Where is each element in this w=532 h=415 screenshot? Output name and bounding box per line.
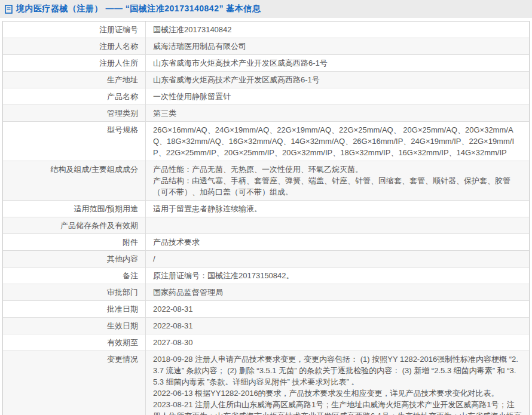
row-value: 2022-08-31 — [146, 301, 529, 317]
row-value: 2022-08-31 — [146, 318, 529, 334]
row-label: 结构及组成/主要组成成分 — [3, 161, 146, 200]
row-value: 26G×16mm/AQ、24G×19mm/AQ、22G×19mm/AQ、22G×… — [146, 122, 529, 161]
row-label: 有效期至 — [3, 334, 146, 351]
table-row: 管理类别 第三类 — [3, 105, 529, 122]
table-row: 型号规格 26G×16mm/AQ、24G×19mm/AQ、22G×19mm/AQ… — [3, 122, 529, 161]
row-label: 附件 — [3, 234, 146, 250]
table-row: 其他内容 / — [3, 251, 529, 268]
row-value: 威海洁瑞医用制品有限公司 — [146, 38, 529, 54]
table-row: 注册人住所 山东省威海市火炬高技术产业开发区威高西路6-1号 — [3, 55, 529, 72]
row-label: 审批部门 — [3, 284, 146, 300]
row-value: 一次性使用静脉留置针 — [146, 88, 529, 104]
table-row: 生效日期 2022-08-31 — [3, 318, 529, 334]
table-row: 附件 产品技术要求 — [3, 234, 529, 251]
table-row: 备注 原注册证编号：国械注准20173150842。 — [3, 268, 529, 284]
document-icon — [5, 5, 13, 14]
row-value: 山东省威海火炬高技术产业开发区威高西路6-1号 — [146, 72, 529, 88]
row-value: 2027-08-30 — [146, 334, 529, 351]
table-row: 产品储存条件及有效期 — [3, 217, 529, 234]
table-row: 产品名称 一次性使用静脉留置针 — [3, 88, 529, 105]
row-label: 生产地址 — [3, 72, 146, 88]
row-value: 适用于留置患者静脉连续输液。 — [146, 201, 529, 217]
table-row: 审批部门 国家药品监督管理局 — [3, 284, 529, 301]
row-label: 适用范围/预期用途 — [3, 201, 146, 217]
row-value: 国械注准20173140842 — [146, 21, 529, 38]
row-label: 注册证编号 — [3, 21, 146, 38]
row-value: 第三类 — [146, 105, 529, 121]
row-value: 2018-09-28 注册人申请产品技术要求变更，变更内容包括： (1) 按照Y… — [146, 351, 529, 415]
row-value: 山东省威海市火炬高技术产业开发区威高西路6-1号 — [146, 55, 529, 71]
content-panel: 注册证编号 国械注准20173140842 注册人名称 威海洁瑞医用制品有限公司… — [0, 18, 532, 415]
table-row: 结构及组成/主要组成成分 产品性能：产品无菌、无热原、一次性使用、环氧乙烷灭菌。… — [3, 161, 529, 201]
row-label: 管理类别 — [3, 105, 146, 121]
row-label: 产品储存条件及有效期 — [3, 217, 146, 233]
row-value: 原注册证编号：国械注准20173150842。 — [146, 268, 529, 284]
table-row: 生产地址 山东省威海火炬高技术产业开发区威高西路6-1号 — [3, 72, 529, 88]
row-label: 型号规格 — [3, 122, 146, 161]
page-title: 境内医疗器械（注册） —— “国械注准20173140842” 基本信息 — [16, 4, 261, 14]
row-value: 国家药品监督管理局 — [146, 284, 529, 300]
row-value — [146, 217, 529, 233]
row-value: 产品技术要求 — [146, 234, 529, 250]
row-label: 注册人住所 — [3, 55, 146, 71]
row-label: 变更情况 — [3, 351, 146, 415]
row-label: 备注 — [3, 268, 146, 284]
row-value: / — [146, 251, 529, 267]
table-row: 注册人名称 威海洁瑞医用制品有限公司 — [3, 38, 529, 55]
table-row: 批准日期 2022-08-31 — [3, 301, 529, 318]
row-label: 注册人名称 — [3, 38, 146, 54]
row-label: 其他内容 — [3, 251, 146, 267]
table-row: 适用范围/预期用途 适用于留置患者静脉连续输液。 — [3, 201, 529, 217]
row-label: 产品名称 — [3, 88, 146, 104]
table-row: 注册证编号 国械注准20173140842 — [3, 21, 529, 38]
info-table: 注册证编号 国械注准20173140842 注册人名称 威海洁瑞医用制品有限公司… — [2, 21, 530, 415]
table-row: 变更情况 2018-09-28 注册人申请产品技术要求变更，变更内容包括： (1… — [3, 351, 529, 415]
page-header: 境内医疗器械（注册） —— “国械注准20173140842” 基本信息 — [0, 0, 532, 18]
row-label: 生效日期 — [3, 318, 146, 334]
row-value: 产品性能：产品无菌、无热原、一次性使用、环氧乙烷灭菌。 产品结构：由透气塞、手柄… — [146, 161, 529, 200]
table-row: 有效期至 2027-08-30 — [3, 334, 529, 351]
row-label: 批准日期 — [3, 301, 146, 317]
